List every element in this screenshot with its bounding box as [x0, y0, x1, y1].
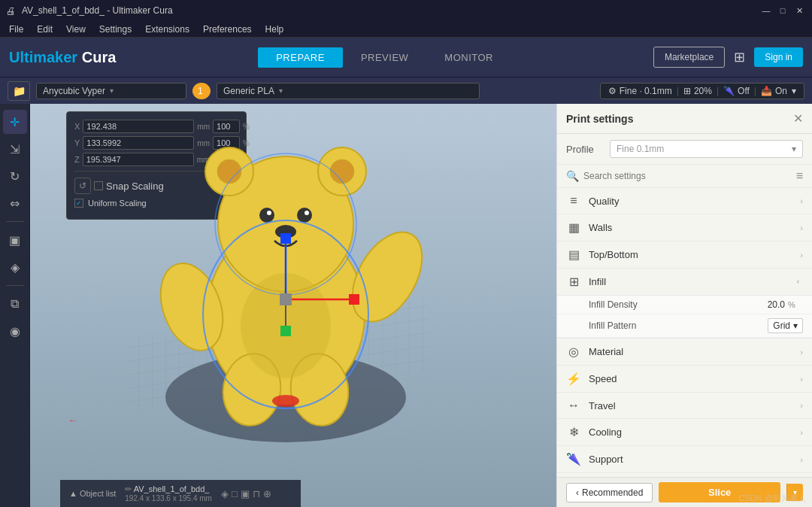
maximize-button[interactable]: □ — [776, 4, 789, 17]
object-icon-1[interactable]: ◈ — [221, 488, 229, 499]
topbottom-label: Top/Bottom — [589, 249, 792, 260]
logo: Ultimaker Cura — [9, 49, 116, 66]
settings-section-topbottom[interactable]: ▤ Top/Bottom › — [557, 241, 812, 269]
minimize-button[interactable]: — — [759, 4, 773, 17]
quick-settings: ⚙ Fine · 0.1mm | ⊞ 20% | 🌂 Off | 📥 On ▾ — [600, 83, 804, 99]
watermark: CSDN @听风者人 — [739, 493, 806, 504]
object-icon-4[interactable]: ⊓ — [253, 488, 260, 499]
marketplace-button[interactable]: Marketplace — [653, 47, 725, 68]
scale-tool-button[interactable]: ⇲ — [3, 137, 27, 161]
svg-point-27 — [272, 395, 299, 407]
printer-chevron-icon: ▾ — [110, 87, 114, 95]
slice-preview-button[interactable]: ◉ — [3, 319, 27, 343]
walls-icon: ▦ — [566, 220, 581, 235]
open-folder-button[interactable]: 📁 — [8, 81, 30, 101]
profile-dropdown[interactable]: Fine 0.1mm ▾ — [610, 140, 803, 158]
svg-point-15 — [304, 211, 309, 215]
settings-section-speed[interactable]: ⚡ Speed › — [557, 366, 812, 393]
bottom-status: ▲ Object list ✏ AV_shell_1_of_bdd_ 192.4… — [60, 480, 301, 507]
recommended-button[interactable]: ‹ Recommended — [566, 483, 653, 502]
travel-label: Travel — [589, 400, 792, 411]
material-chevron-icon: ▾ — [279, 87, 283, 95]
svg-rect-23 — [349, 294, 359, 305]
infill-pattern-dropdown[interactable]: Grid ▾ — [768, 318, 803, 333]
print-settings-close-button[interactable]: ✕ — [793, 111, 803, 126]
material-name: Generic PLA — [223, 86, 274, 96]
toolbar: 📁 Anycubic Vyper ▾ 1 Generic PLA ▾ ⚙ Fin… — [0, 77, 812, 104]
tab-prepare[interactable]: PREPARE — [258, 47, 343, 68]
viewport[interactable]: X mm % Y mm % Z mm % — [30, 104, 556, 507]
support-arrow-icon: › — [800, 455, 803, 464]
settings-list: ≡ Quality › ▦ Walls › ▤ Top/Bottom › ⊞ I… — [557, 188, 812, 477]
object-name: ✏ AV_shell_1_of_bdd_ — [125, 484, 212, 494]
object-action-icons: ◈ □ ▣ ⊓ ⊕ — [221, 488, 271, 499]
adhesion-setting[interactable]: 📥 On — [761, 86, 787, 96]
cooling-arrow-icon: › — [800, 428, 803, 437]
tab-preview[interactable]: PREVIEW — [343, 47, 426, 68]
travel-icon: ↔ — [566, 399, 581, 412]
recommended-label: Recommended — [582, 487, 643, 498]
speed-icon: ⚡ — [566, 372, 581, 386]
per-model-button[interactable]: ▣ — [3, 228, 27, 252]
settings-section-walls[interactable]: ▦ Walls › — [557, 214, 812, 241]
topbottom-arrow-icon: › — [800, 250, 803, 260]
profile-value: Fine 0.1mm — [617, 144, 664, 154]
search-menu-icon[interactable]: ≡ — [796, 169, 803, 183]
title-bar-left: 🖨 AV_shell_1_of_bdd_ - Ultimaker Cura — [6, 5, 173, 17]
svg-point-13 — [297, 208, 312, 223]
infill-setting[interactable]: ⊞ 20% — [683, 86, 712, 96]
support-icon: 🌂 — [723, 86, 735, 96]
infill-pattern-chevron-icon: ▾ — [793, 320, 798, 331]
object-list-toggle[interactable]: ▲ Object list — [69, 489, 116, 498]
logo-ultimaker: Ultimaker — [9, 49, 77, 65]
printer-dropdown[interactable]: Anycubic Vyper ▾ — [36, 83, 186, 99]
infill-arrow-icon: ⌄ — [795, 278, 804, 285]
title-bar-title: AV_shell_1_of_bdd_ - Ultimaker Cura — [22, 5, 173, 16]
move-tool-button[interactable]: ✛ — [3, 110, 27, 134]
menu-view[interactable]: View — [60, 23, 92, 36]
menu-settings[interactable]: Settings — [93, 23, 138, 36]
recommended-chevron-icon: ‹ — [576, 487, 579, 498]
model-3d: ← — [30, 104, 541, 442]
mirror-tool-button[interactable]: ⇔ — [3, 191, 27, 215]
object-icon-3[interactable]: ▣ — [241, 488, 250, 499]
object-icon-2[interactable]: □ — [232, 488, 238, 499]
settings-section-quality[interactable]: ≡ Quality › — [557, 188, 812, 214]
rotate-tool-button[interactable]: ↻ — [3, 164, 27, 188]
settings-icon: ⚙ — [608, 86, 617, 96]
menu-edit[interactable]: Edit — [31, 23, 59, 36]
settings-chevron-icon: ▾ — [792, 86, 796, 96]
menu-extensions[interactable]: Extensions — [139, 23, 195, 36]
object-icon-5[interactable]: ⊕ — [263, 488, 271, 499]
menu-preferences[interactable]: Preferences — [197, 23, 258, 36]
settings-section-cooling[interactable]: ❄ Cooling › — [557, 419, 812, 446]
settings-section-travel[interactable]: ↔ Travel › — [557, 393, 812, 419]
infill-section-label: Infill — [589, 276, 789, 287]
left-toolbar: ✛ ⇲ ↻ ⇔ ▣ ◈ ⧉ ◉ — [0, 104, 30, 507]
quality-setting[interactable]: ⚙ Fine · 0.1mm — [608, 86, 672, 96]
menu-bar: File Edit View Settings Extensions Prefe… — [0, 21, 812, 38]
infill-density-value: 20.0 — [768, 299, 785, 310]
tab-monitor[interactable]: MONITOR — [426, 47, 511, 68]
main-content: ✛ ⇲ ↻ ⇔ ▣ ◈ ⧉ ◉ X mm % Y mm % — [0, 104, 812, 507]
infill-section-icon: ⊞ — [566, 275, 581, 289]
settings-section-material[interactable]: ◎ Material › — [557, 339, 812, 366]
search-input[interactable] — [583, 171, 792, 181]
settings-section-support[interactable]: 🌂 Support › — [557, 446, 812, 473]
title-bar-controls: — □ ✕ — [759, 4, 806, 17]
menu-file[interactable]: File — [3, 23, 29, 36]
settings-section-infill[interactable]: ⊞ Infill ⌄ — [557, 269, 812, 296]
quality-label: Quality — [589, 196, 792, 207]
material-section-icon: ◎ — [566, 345, 581, 359]
material-dropdown[interactable]: Generic PLA ▾ — [217, 83, 480, 99]
support-blocker-button[interactable]: ◈ — [3, 255, 27, 279]
menu-help[interactable]: Help — [259, 23, 290, 36]
arrange-button[interactable]: ⧉ — [3, 292, 27, 316]
logo-cura: Cura — [82, 49, 117, 65]
support-setting[interactable]: 🌂 Off — [723, 86, 750, 96]
infill-icon: ⊞ — [683, 86, 691, 96]
apps-icon[interactable]: ⊞ — [731, 46, 748, 68]
signin-button[interactable]: Sign in — [754, 47, 803, 67]
close-button[interactable]: ✕ — [792, 4, 806, 17]
cooling-label: Cooling — [589, 427, 792, 438]
